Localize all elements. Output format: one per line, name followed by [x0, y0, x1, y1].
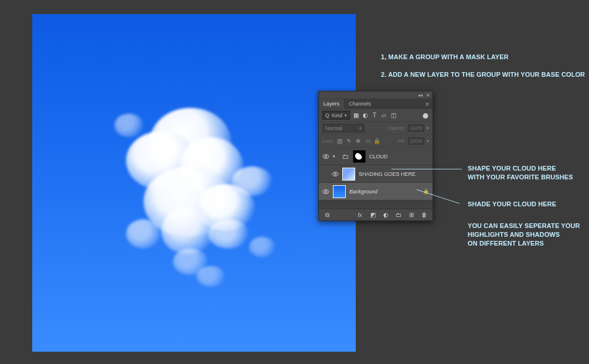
chevron-down-icon: ▾ [359, 126, 362, 131]
lock-all-icon[interactable]: 🔒 [373, 138, 380, 145]
filter-adjustment-icon[interactable]: ◐ [362, 112, 369, 119]
new-group-icon[interactable]: 🗀 [395, 212, 402, 219]
tab-channels[interactable]: Channels [344, 99, 376, 108]
fill-input[interactable]: 100% [408, 137, 424, 145]
filter-pixel-icon[interactable]: ▦ [352, 112, 359, 119]
layers-list: ▾ 🗀 CLOUD SHADING GOES HERE Background 🔒 [319, 148, 433, 209]
layers-empty-area[interactable] [319, 200, 433, 209]
lock-position-icon[interactable]: ✥ [355, 138, 362, 145]
lock-artboard-icon[interactable]: ▭ [364, 138, 371, 145]
lock-brush-icon[interactable]: ✎ [345, 138, 352, 145]
annotation-text: HIGHLIGHTS AND SHADOWS [468, 231, 560, 238]
opacity-input[interactable]: 100% [408, 124, 424, 132]
svg-point-0 [325, 155, 327, 157]
blend-mode-value: Normal [325, 125, 342, 131]
layers-panel-footer: ⧉ fx ◩ ◐ 🗀 ⊞ 🗑 [319, 209, 433, 220]
layer-shading[interactable]: SHADING GOES HERE [319, 165, 433, 183]
opacity-label: Opacity: [388, 125, 405, 131]
layer-mask-thumbnail[interactable] [353, 150, 366, 163]
annotation-line [391, 169, 462, 169]
filter-kind-label: Kind [332, 113, 342, 118]
annotation-text: WITH YOUR FAVORITE BRUSHES [468, 174, 573, 181]
layers-panel: ◂◂ ✕ Layers Channels ≡ Q Kind ▾ ▦ ◐ T ▱ … [318, 91, 433, 221]
link-layers-icon[interactable]: ⧉ [324, 212, 331, 219]
chevron-down-icon: ▾ [345, 113, 347, 118]
lock-label: Lock: [322, 138, 333, 144]
instruction-step1: 1, MAKE A GROUP WITH A MASK LAYER [381, 53, 509, 62]
filter-shape-icon[interactable]: ▱ [380, 112, 387, 119]
instruction-step2: 2. ADD A NEW LAYER TO THE GROUP WITH YOU… [381, 70, 585, 79]
cloud-painting [91, 73, 302, 284]
visibility-toggle-icon[interactable] [322, 153, 329, 160]
tab-layers[interactable]: Layers [319, 99, 344, 108]
fill-label: Fill: [398, 138, 405, 144]
fx-icon[interactable]: fx [356, 212, 363, 219]
layer-name: CLOUD [369, 154, 388, 159]
panel-tabs: Layers Channels ≡ [319, 98, 433, 109]
chevron-down-icon: ▾ [427, 126, 429, 131]
filter-smart-icon[interactable]: ◫ [390, 112, 397, 119]
canvas-artboard[interactable] [32, 14, 356, 352]
visibility-toggle-icon[interactable] [332, 171, 339, 178]
collapse-panel-icon[interactable]: ◂◂ [418, 93, 423, 98]
annotation-tip: YOU CAN EASILY SEPERATE YOUR HIGHLIGHTS … [468, 222, 580, 248]
layer-thumbnail[interactable] [333, 185, 346, 198]
layer-filter-row: Q Kind ▾ ▦ ◐ T ▱ ◫ ⬤ [319, 109, 433, 122]
close-panel-icon[interactable]: ✕ [426, 93, 430, 98]
adjustment-layer-icon[interactable]: ◐ [382, 212, 389, 219]
delete-layer-icon[interactable]: 🗑 [421, 212, 428, 219]
svg-point-2 [325, 190, 327, 192]
new-layer-icon[interactable]: ⊞ [408, 212, 415, 219]
annotation-shade: SHADE YOUR CLOUD HERE [468, 200, 556, 209]
annotation-text: SHAPE YOUR CLOUD HERE [468, 165, 556, 172]
layer-thumbnail[interactable] [342, 168, 355, 181]
svg-point-1 [335, 173, 336, 175]
group-collapse-icon[interactable]: ▾ [333, 154, 338, 159]
annotation-text: YOU CAN EASILY SEPERATE YOUR [468, 222, 580, 229]
blend-opacity-row: Normal ▾ Opacity: 100% ▾ [319, 122, 433, 135]
folder-icon: 🗀 [341, 150, 349, 163]
annotation-shape: SHAPE YOUR CLOUD HERE WITH YOUR FAVORITE… [468, 164, 573, 182]
panel-menu-icon[interactable]: ≡ [422, 101, 433, 107]
search-icon: Q [325, 113, 329, 118]
add-mask-icon[interactable]: ◩ [369, 212, 376, 219]
layer-name: Background [349, 189, 377, 195]
blend-mode-dropdown[interactable]: Normal ▾ [322, 124, 365, 132]
layer-group-cloud[interactable]: ▾ 🗀 CLOUD [319, 148, 433, 165]
layer-name: SHADING GOES HERE [359, 171, 416, 177]
filter-kind-dropdown[interactable]: Q Kind ▾ [322, 111, 350, 120]
annotation-text: ON DIFFERENT LAYERS [468, 240, 544, 247]
lock-fill-row: Lock: ▨ ✎ ✥ ▭ 🔒 Fill: 100% ▾ [319, 135, 433, 148]
lock-transparency-icon[interactable]: ▨ [336, 138, 343, 145]
panel-titlebar: ◂◂ ✕ [319, 91, 433, 98]
visibility-toggle-icon[interactable] [322, 188, 329, 195]
filter-toggle-icon[interactable]: ⬤ [422, 112, 429, 119]
layer-background[interactable]: Background 🔒 [319, 183, 433, 200]
filter-type-icon[interactable]: T [371, 112, 378, 119]
chevron-down-icon: ▾ [427, 139, 429, 144]
